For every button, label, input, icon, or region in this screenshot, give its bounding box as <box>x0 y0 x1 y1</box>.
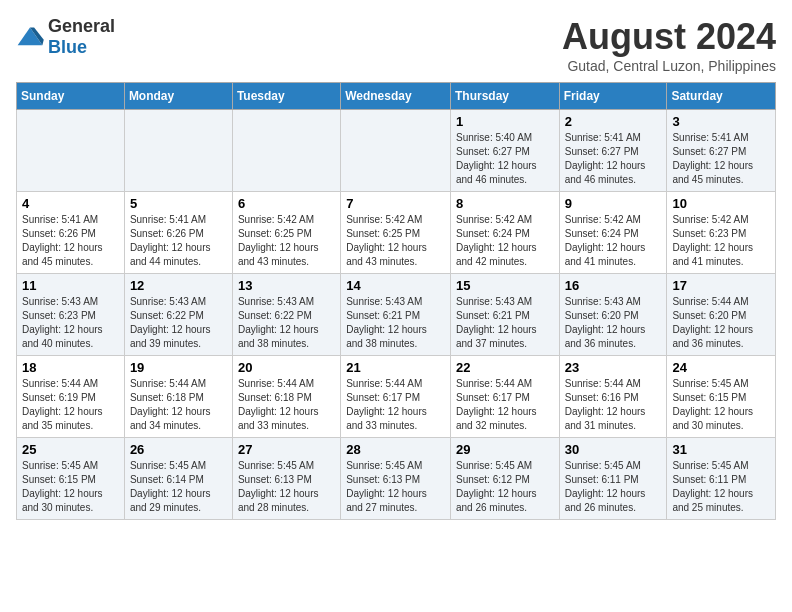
day-number: 27 <box>238 442 335 457</box>
day-number: 26 <box>130 442 227 457</box>
day-number: 15 <box>456 278 554 293</box>
calendar-cell <box>341 110 451 192</box>
day-info: Sunrise: 5:41 AM Sunset: 6:27 PM Dayligh… <box>672 132 753 185</box>
day-info: Sunrise: 5:43 AM Sunset: 6:21 PM Dayligh… <box>456 296 537 349</box>
day-info: Sunrise: 5:44 AM Sunset: 6:20 PM Dayligh… <box>672 296 753 349</box>
calendar-cell: 11Sunrise: 5:43 AM Sunset: 6:23 PM Dayli… <box>17 274 125 356</box>
calendar-cell: 19Sunrise: 5:44 AM Sunset: 6:18 PM Dayli… <box>124 356 232 438</box>
day-number: 31 <box>672 442 770 457</box>
calendar-cell: 4Sunrise: 5:41 AM Sunset: 6:26 PM Daylig… <box>17 192 125 274</box>
day-info: Sunrise: 5:43 AM Sunset: 6:22 PM Dayligh… <box>238 296 319 349</box>
day-info: Sunrise: 5:42 AM Sunset: 6:25 PM Dayligh… <box>238 214 319 267</box>
day-info: Sunrise: 5:42 AM Sunset: 6:23 PM Dayligh… <box>672 214 753 267</box>
calendar-header-row: SundayMondayTuesdayWednesdayThursdayFrid… <box>17 83 776 110</box>
calendar-cell: 17Sunrise: 5:44 AM Sunset: 6:20 PM Dayli… <box>667 274 776 356</box>
calendar-week-row: 25Sunrise: 5:45 AM Sunset: 6:15 PM Dayli… <box>17 438 776 520</box>
day-info: Sunrise: 5:42 AM Sunset: 6:24 PM Dayligh… <box>565 214 646 267</box>
calendar-cell: 5Sunrise: 5:41 AM Sunset: 6:26 PM Daylig… <box>124 192 232 274</box>
calendar-cell: 27Sunrise: 5:45 AM Sunset: 6:13 PM Dayli… <box>232 438 340 520</box>
calendar-cell: 23Sunrise: 5:44 AM Sunset: 6:16 PM Dayli… <box>559 356 667 438</box>
calendar-week-row: 1Sunrise: 5:40 AM Sunset: 6:27 PM Daylig… <box>17 110 776 192</box>
calendar-cell: 7Sunrise: 5:42 AM Sunset: 6:25 PM Daylig… <box>341 192 451 274</box>
calendar-cell: 22Sunrise: 5:44 AM Sunset: 6:17 PM Dayli… <box>450 356 559 438</box>
calendar-cell: 8Sunrise: 5:42 AM Sunset: 6:24 PM Daylig… <box>450 192 559 274</box>
day-number: 9 <box>565 196 662 211</box>
day-info: Sunrise: 5:45 AM Sunset: 6:15 PM Dayligh… <box>672 378 753 431</box>
calendar-cell: 10Sunrise: 5:42 AM Sunset: 6:23 PM Dayli… <box>667 192 776 274</box>
day-info: Sunrise: 5:45 AM Sunset: 6:15 PM Dayligh… <box>22 460 103 513</box>
header: General Blue August 2024 Gutad, Central … <box>16 16 776 74</box>
day-info: Sunrise: 5:45 AM Sunset: 6:13 PM Dayligh… <box>238 460 319 513</box>
calendar-cell: 14Sunrise: 5:43 AM Sunset: 6:21 PM Dayli… <box>341 274 451 356</box>
day-number: 2 <box>565 114 662 129</box>
calendar-cell: 25Sunrise: 5:45 AM Sunset: 6:15 PM Dayli… <box>17 438 125 520</box>
day-of-week-header: Thursday <box>450 83 559 110</box>
day-info: Sunrise: 5:44 AM Sunset: 6:18 PM Dayligh… <box>238 378 319 431</box>
calendar-cell: 26Sunrise: 5:45 AM Sunset: 6:14 PM Dayli… <box>124 438 232 520</box>
calendar-cell: 20Sunrise: 5:44 AM Sunset: 6:18 PM Dayli… <box>232 356 340 438</box>
calendar-cell: 24Sunrise: 5:45 AM Sunset: 6:15 PM Dayli… <box>667 356 776 438</box>
day-of-week-header: Monday <box>124 83 232 110</box>
day-info: Sunrise: 5:45 AM Sunset: 6:11 PM Dayligh… <box>672 460 753 513</box>
calendar-cell: 28Sunrise: 5:45 AM Sunset: 6:13 PM Dayli… <box>341 438 451 520</box>
day-number: 25 <box>22 442 119 457</box>
day-number: 23 <box>565 360 662 375</box>
day-number: 3 <box>672 114 770 129</box>
calendar-cell: 1Sunrise: 5:40 AM Sunset: 6:27 PM Daylig… <box>450 110 559 192</box>
calendar-cell: 9Sunrise: 5:42 AM Sunset: 6:24 PM Daylig… <box>559 192 667 274</box>
main-title: August 2024 <box>562 16 776 58</box>
day-info: Sunrise: 5:40 AM Sunset: 6:27 PM Dayligh… <box>456 132 537 185</box>
day-info: Sunrise: 5:45 AM Sunset: 6:11 PM Dayligh… <box>565 460 646 513</box>
logo-icon <box>16 26 44 48</box>
day-info: Sunrise: 5:42 AM Sunset: 6:25 PM Dayligh… <box>346 214 427 267</box>
calendar-cell: 13Sunrise: 5:43 AM Sunset: 6:22 PM Dayli… <box>232 274 340 356</box>
day-number: 28 <box>346 442 445 457</box>
calendar-cell: 31Sunrise: 5:45 AM Sunset: 6:11 PM Dayli… <box>667 438 776 520</box>
day-number: 22 <box>456 360 554 375</box>
day-number: 17 <box>672 278 770 293</box>
calendar-table: SundayMondayTuesdayWednesdayThursdayFrid… <box>16 82 776 520</box>
calendar-cell: 15Sunrise: 5:43 AM Sunset: 6:21 PM Dayli… <box>450 274 559 356</box>
day-info: Sunrise: 5:45 AM Sunset: 6:14 PM Dayligh… <box>130 460 211 513</box>
day-number: 16 <box>565 278 662 293</box>
calendar-cell <box>232 110 340 192</box>
day-number: 29 <box>456 442 554 457</box>
day-number: 6 <box>238 196 335 211</box>
day-info: Sunrise: 5:44 AM Sunset: 6:16 PM Dayligh… <box>565 378 646 431</box>
day-info: Sunrise: 5:44 AM Sunset: 6:17 PM Dayligh… <box>346 378 427 431</box>
calendar-cell: 12Sunrise: 5:43 AM Sunset: 6:22 PM Dayli… <box>124 274 232 356</box>
calendar-cell: 16Sunrise: 5:43 AM Sunset: 6:20 PM Dayli… <box>559 274 667 356</box>
calendar-body: 1Sunrise: 5:40 AM Sunset: 6:27 PM Daylig… <box>17 110 776 520</box>
calendar-cell: 30Sunrise: 5:45 AM Sunset: 6:11 PM Dayli… <box>559 438 667 520</box>
day-number: 5 <box>130 196 227 211</box>
day-info: Sunrise: 5:44 AM Sunset: 6:17 PM Dayligh… <box>456 378 537 431</box>
calendar-cell: 21Sunrise: 5:44 AM Sunset: 6:17 PM Dayli… <box>341 356 451 438</box>
calendar-cell <box>17 110 125 192</box>
day-number: 24 <box>672 360 770 375</box>
day-info: Sunrise: 5:43 AM Sunset: 6:20 PM Dayligh… <box>565 296 646 349</box>
day-info: Sunrise: 5:41 AM Sunset: 6:26 PM Dayligh… <box>130 214 211 267</box>
calendar-week-row: 11Sunrise: 5:43 AM Sunset: 6:23 PM Dayli… <box>17 274 776 356</box>
day-number: 18 <box>22 360 119 375</box>
day-info: Sunrise: 5:43 AM Sunset: 6:23 PM Dayligh… <box>22 296 103 349</box>
calendar-cell: 2Sunrise: 5:41 AM Sunset: 6:27 PM Daylig… <box>559 110 667 192</box>
calendar-cell: 6Sunrise: 5:42 AM Sunset: 6:25 PM Daylig… <box>232 192 340 274</box>
day-of-week-header: Tuesday <box>232 83 340 110</box>
day-number: 7 <box>346 196 445 211</box>
day-number: 10 <box>672 196 770 211</box>
day-of-week-header: Saturday <box>667 83 776 110</box>
day-info: Sunrise: 5:43 AM Sunset: 6:21 PM Dayligh… <box>346 296 427 349</box>
calendar-cell <box>124 110 232 192</box>
day-number: 4 <box>22 196 119 211</box>
day-number: 19 <box>130 360 227 375</box>
calendar-cell: 18Sunrise: 5:44 AM Sunset: 6:19 PM Dayli… <box>17 356 125 438</box>
calendar-cell: 3Sunrise: 5:41 AM Sunset: 6:27 PM Daylig… <box>667 110 776 192</box>
day-info: Sunrise: 5:42 AM Sunset: 6:24 PM Dayligh… <box>456 214 537 267</box>
day-number: 1 <box>456 114 554 129</box>
logo: General Blue <box>16 16 115 58</box>
day-info: Sunrise: 5:44 AM Sunset: 6:19 PM Dayligh… <box>22 378 103 431</box>
day-of-week-header: Friday <box>559 83 667 110</box>
calendar-cell: 29Sunrise: 5:45 AM Sunset: 6:12 PM Dayli… <box>450 438 559 520</box>
day-number: 30 <box>565 442 662 457</box>
logo-blue: Blue <box>48 37 87 57</box>
